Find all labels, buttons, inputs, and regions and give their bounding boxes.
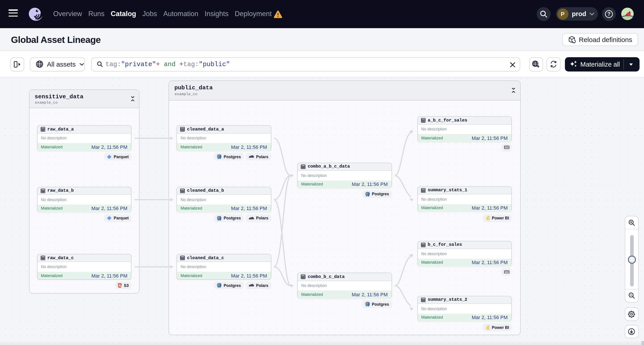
svg-text:CSV: CSV: [504, 271, 508, 273]
svg-text:?: ?: [607, 11, 610, 17]
svg-text:CSV: CSV: [504, 146, 508, 148]
